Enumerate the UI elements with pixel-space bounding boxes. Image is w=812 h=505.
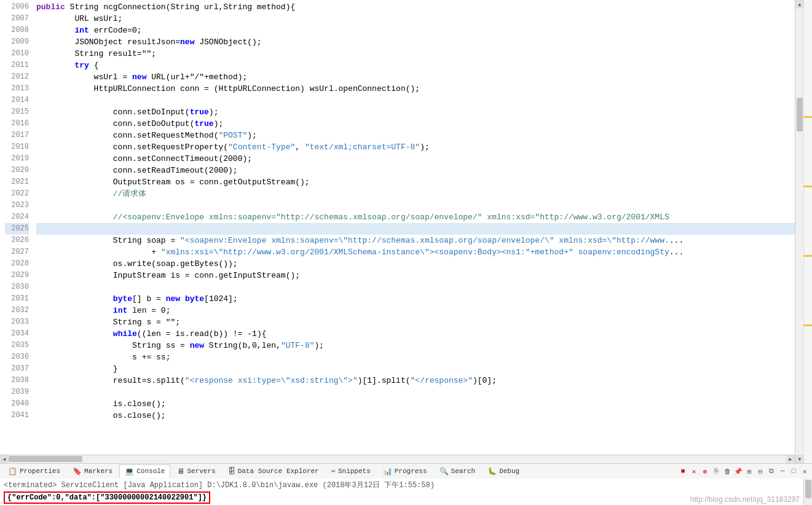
action3-button[interactable]: ⊟ — [755, 466, 765, 476]
tab-icon: 🐛 — [487, 467, 497, 476]
code-token: len = 0; — [127, 305, 170, 316]
code-token: true — [194, 118, 213, 130]
tab-snippets[interactable]: ✂Snippets — [326, 464, 376, 478]
code-token: [1024]; — [204, 293, 238, 305]
code-token: URL(url+"/"+method); — [146, 71, 247, 83]
line-number: 2038 — [5, 375, 29, 386]
console-scrollbar[interactable] — [803, 479, 812, 505]
line-number: 2017 — [5, 130, 29, 141]
code-token — [36, 305, 113, 316]
terminate2-button[interactable]: ⊗ — [700, 466, 710, 476]
code-line: os.write(soap.getBytes()); — [36, 258, 795, 270]
code-token — [36, 293, 113, 305]
line-number: 2026 — [5, 235, 29, 246]
code-line: conn.setConnectTimeout(2000); — [36, 153, 795, 165]
code-token: String ncgConnection(String url,String m… — [65, 1, 295, 13]
line-number: 2008 — [5, 25, 29, 36]
code-token: URL wsUrl; — [36, 13, 122, 25]
code-line: int len = 0; — [36, 305, 795, 316]
tab-icon: 📊 — [383, 467, 392, 476]
code-token: "xmlns:xsi=\"http://www.w3.org/2001/XMLS… — [161, 246, 669, 258]
tab-debug[interactable]: 🐛Debug — [482, 464, 525, 478]
code-token: while — [113, 328, 137, 340]
code-token: } — [36, 363, 118, 375]
code-token: "POST" — [218, 130, 247, 141]
line-number: 2032 — [5, 305, 29, 316]
action2-button[interactable]: ⊞ — [744, 466, 754, 476]
code-token: ); — [214, 118, 224, 130]
code-token: ); — [314, 340, 324, 351]
scroll-up-button[interactable]: ▲ — [795, 0, 804, 9]
code-line: while((len = is.read(b)) != -1){ — [36, 328, 795, 340]
scroll-track[interactable] — [9, 455, 786, 464]
tab-icon: 💻 — [125, 467, 134, 476]
tab-label: Data Source Explorer — [238, 468, 319, 475]
tab-label: Servers — [187, 468, 215, 475]
code-token: os.close(); — [36, 410, 166, 421]
action4-button[interactable]: ⧉ — [767, 466, 776, 476]
tab-servers[interactable]: 🖥Servers — [171, 464, 221, 478]
tab-properties[interactable]: 📋Properties — [2, 464, 66, 478]
code-token: String(b,0,len, — [204, 340, 281, 351]
maximize-button[interactable]: □ — [789, 466, 798, 476]
code-line: String s = ""; — [36, 316, 795, 328]
code-token: new — [190, 340, 204, 351]
code-line: s += ss; — [36, 351, 795, 363]
code-line: os.close(); — [36, 410, 795, 421]
close-button[interactable]: ✕ — [800, 466, 810, 476]
code-token: result=s.split( — [36, 375, 185, 386]
console-main: <terminated> ServiceClient [Java Applica… — [0, 479, 803, 505]
code-token: new — [180, 36, 194, 48]
indicator-mark-1 — [803, 116, 812, 118]
console-scrollbar-thumb[interactable] — [805, 480, 811, 498]
code-token: , — [295, 141, 305, 153]
code-line: String result=""; — [36, 48, 795, 60]
line-number: 2023 — [5, 200, 29, 211]
terminate-button[interactable]: ✕ — [689, 466, 699, 476]
code-line: try { — [36, 60, 795, 71]
copy-button[interactable]: ⎘ — [711, 466, 721, 476]
pin-button[interactable]: 📌 — [733, 466, 743, 476]
console-output-area: <terminated> ServiceClient [Java Applica… — [0, 479, 812, 505]
tab-icon: 📋 — [8, 467, 17, 476]
code-line: JSONObject resultJson=new JSONObject(); — [36, 36, 795, 48]
code-token: + — [36, 246, 161, 258]
code-token: InputStream is = conn.getInputStream(); — [36, 270, 300, 281]
code-line: conn.setDoOutput(true); — [36, 118, 795, 130]
code-token: true — [190, 106, 209, 118]
tab-progress[interactable]: 📊Progress — [377, 464, 433, 478]
scroll-right-button[interactable]: ▶ — [786, 455, 795, 464]
code-token — [36, 328, 113, 340]
line-number: 2013 — [5, 83, 29, 95]
code-line: int errCode=0; — [36, 25, 795, 36]
horizontal-scrollbar[interactable]: ◀ ▶ — [0, 455, 795, 463]
tab-data-source-explorer[interactable]: 🗄Data Source Explorer — [223, 464, 325, 478]
tab-icon: ✂ — [331, 467, 336, 476]
tab-console[interactable]: 💻Console — [119, 464, 170, 478]
code-token: ((len = is.read(b)) != -1){ — [137, 328, 267, 340]
line-numbers: 2006200720082009201020112012201320142015… — [0, 0, 34, 455]
scroll-left-button[interactable]: ◀ — [0, 455, 9, 464]
stop-button[interactable]: ■ — [678, 466, 688, 476]
code-token: int — [74, 25, 89, 36]
scroll-thumb[interactable] — [9, 456, 82, 462]
tab-markers[interactable]: 🔖Markers — [67, 464, 118, 478]
tab-search[interactable]: 🔍Search — [434, 464, 481, 478]
scroll-down-button[interactable]: ▼ — [795, 455, 804, 463]
console-terminated-line: <terminated> ServiceClient [Java Applica… — [4, 480, 800, 490]
clear-button[interactable]: 🗑 — [722, 466, 732, 476]
code-lines: public String ncgConnection(String url,S… — [34, 0, 795, 455]
scroll-thumb-v[interactable] — [797, 98, 803, 131]
code-token: wsUrl = — [36, 71, 132, 83]
code-token: JSONObject resultJson= — [36, 36, 180, 48]
code-line: wsUrl = new URL(url+"/"+method); — [36, 71, 795, 83]
minimize-button[interactable]: ─ — [778, 466, 787, 476]
code-token: conn.setConnectTimeout(2000); — [36, 153, 252, 165]
vertical-scrollbar[interactable]: ▲ ▼ — [795, 0, 803, 463]
code-token: try — [74, 60, 89, 71]
scroll-track-v[interactable] — [795, 9, 803, 455]
code-content[interactable]: 2006200720082009201020112012201320142015… — [0, 0, 795, 455]
code-token: )[1].split( — [358, 375, 411, 386]
code-token: "</response>" — [411, 375, 473, 386]
line-number: 2022 — [5, 188, 29, 200]
